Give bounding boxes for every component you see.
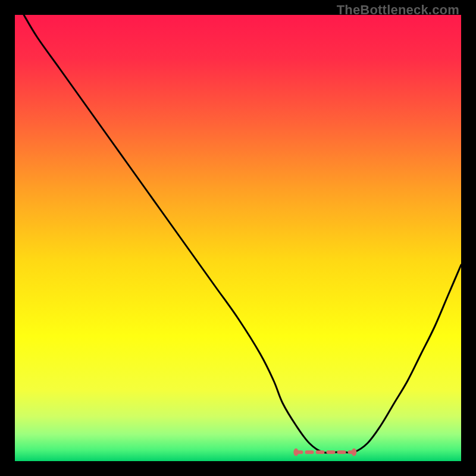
flat-zone-end-dot [352, 449, 356, 456]
watermark-text: TheBottleneck.com [337, 2, 459, 18]
bottleneck-curve [24, 15, 461, 453]
curve-layer [15, 15, 461, 461]
flat-zone-start-dot [293, 449, 298, 456]
chart-frame: TheBottleneck.com [0, 0, 476, 476]
plot-area [15, 15, 461, 461]
